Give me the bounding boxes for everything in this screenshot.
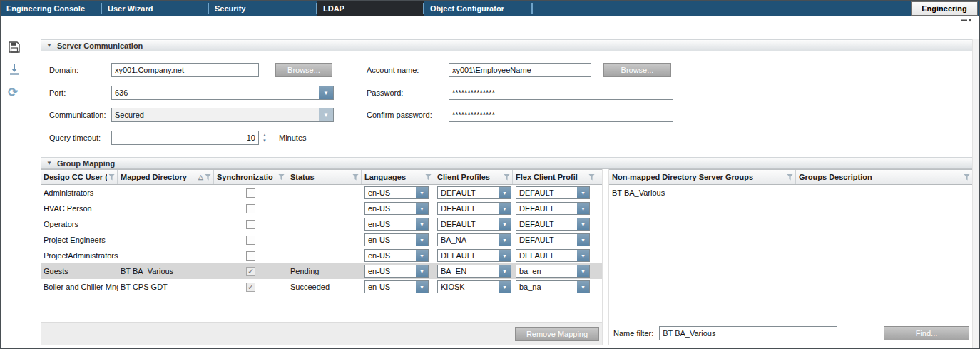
chevron-down-icon[interactable]: ▼: [499, 234, 511, 246]
chevron-down-icon[interactable]: ▼: [416, 281, 428, 293]
col-header-nonmapped-groups[interactable]: Non-mapped Directory Server Groups: [609, 170, 796, 184]
chevron-down-icon[interactable]: ▼: [319, 86, 333, 99]
filter-icon[interactable]: [278, 174, 285, 181]
client-profile-dropdown[interactable]: DEFAULT▼: [437, 249, 511, 262]
col-header-languages[interactable]: Languages: [362, 170, 434, 184]
password-input[interactable]: [449, 86, 673, 100]
account-name-input[interactable]: [449, 63, 591, 77]
chevron-down-icon[interactable]: ▼: [416, 265, 428, 277]
flex-profile-dropdown[interactable]: DEFAULT▼: [516, 233, 590, 246]
chevron-down-icon[interactable]: ▼: [499, 218, 511, 230]
refresh-icon[interactable]: ⟳: [8, 86, 18, 98]
chevron-down-icon[interactable]: ▼: [577, 281, 589, 293]
client-profile-dropdown[interactable]: BA_EN▼: [437, 265, 511, 278]
pin-icon[interactable]: [961, 18, 972, 23]
chevron-down-icon[interactable]: ▼: [416, 203, 428, 214]
sync-checkbox[interactable]: [246, 236, 255, 245]
collapse-icon[interactable]: ▼: [46, 42, 52, 49]
chevron-down-icon[interactable]: ▼: [319, 108, 333, 121]
chevron-down-icon[interactable]: ▼: [416, 250, 428, 261]
filter-icon[interactable]: [352, 174, 359, 181]
client-profile-dropdown[interactable]: DEFAULT▼: [437, 202, 511, 215]
filter-icon[interactable]: [504, 174, 510, 181]
save-icon[interactable]: [8, 41, 21, 54]
name-filter-input[interactable]: [659, 326, 837, 340]
language-dropdown[interactable]: en-US▼: [364, 249, 429, 262]
chevron-down-icon[interactable]: ▼: [416, 187, 428, 198]
chevron-down-icon[interactable]: ▼: [577, 218, 589, 230]
filter-icon[interactable]: [425, 174, 432, 181]
language-dropdown[interactable]: en-US▼: [364, 202, 429, 215]
table-row[interactable]: Project Engineers en-US▼ BA_NA▼ DEFAULT▼: [41, 232, 602, 248]
language-dropdown[interactable]: en-US▼: [364, 265, 429, 278]
domain-browse-button[interactable]: Browse...: [275, 63, 332, 77]
table-row[interactable]: HVAC Person en-US▼ DEFAULT▼ DEFAULT▼: [41, 201, 602, 216]
tab-security[interactable]: Security: [209, 1, 317, 16]
flex-profile-dropdown[interactable]: DEFAULT▼: [516, 202, 590, 215]
tab-engineering-console[interactable]: Engineering Console: [1, 1, 102, 16]
sync-checkbox[interactable]: [246, 188, 255, 198]
scrollbar-track[interactable]: [972, 39, 979, 348]
language-dropdown[interactable]: en-US▼: [364, 186, 429, 199]
flex-profile-dropdown[interactable]: DEFAULT▼: [516, 186, 590, 199]
sort-ascending-icon[interactable]: △: [198, 173, 203, 181]
spinner-up-icon[interactable]: ▲: [260, 132, 269, 138]
collapse-icon[interactable]: ▼: [46, 160, 52, 166]
remove-mapping-button[interactable]: Remove Mapping: [515, 327, 599, 341]
filter-icon[interactable]: [787, 174, 793, 181]
domain-input[interactable]: [111, 63, 259, 77]
tab-ldap[interactable]: LDAP: [317, 1, 424, 16]
col-header-client-profiles[interactable]: Client Profiles: [434, 170, 513, 184]
col-header-mapped-directory[interactable]: Mapped Directory △: [118, 170, 214, 184]
chevron-down-icon[interactable]: ▼: [499, 250, 511, 261]
sync-checkbox[interactable]: [246, 267, 255, 276]
client-profile-dropdown[interactable]: DEFAULT▼: [437, 218, 511, 231]
language-dropdown[interactable]: en-US▼: [364, 233, 429, 246]
server-communication-header[interactable]: ▼ Server Communication: [41, 39, 972, 51]
client-profile-dropdown[interactable]: BA_NA▼: [437, 233, 511, 246]
table-row[interactable]: ProjectAdministrators en-US▼ DEFAULT▼ DE…: [41, 248, 602, 263]
chevron-down-icon[interactable]: ▼: [499, 187, 511, 198]
chevron-down-icon[interactable]: ▼: [499, 281, 511, 293]
filter-icon[interactable]: [588, 174, 595, 181]
chevron-down-icon[interactable]: ▼: [577, 250, 589, 261]
flex-profile-dropdown[interactable]: ba_na▼: [516, 280, 590, 293]
language-dropdown[interactable]: en-US▼: [364, 280, 429, 293]
sync-checkbox[interactable]: [246, 251, 255, 261]
pane-splitter[interactable]: [603, 169, 609, 345]
table-row[interactable]: Guests BT BA_Various Pending en-US▼ BA_E…: [41, 263, 602, 279]
sync-checkbox[interactable]: [246, 204, 255, 213]
confirm-password-input[interactable]: [449, 108, 673, 122]
sync-checkbox[interactable]: [246, 220, 255, 229]
client-profile-dropdown[interactable]: DEFAULT▼: [437, 186, 511, 199]
flex-profile-dropdown[interactable]: DEFAULT▼: [516, 249, 590, 262]
chevron-down-icon[interactable]: ▼: [577, 265, 589, 277]
chevron-down-icon[interactable]: ▼: [416, 234, 428, 246]
sync-checkbox[interactable]: [246, 283, 255, 292]
import-icon[interactable]: [8, 64, 21, 76]
filter-icon[interactable]: [964, 174, 970, 181]
flex-profile-dropdown[interactable]: ba_en▼: [516, 265, 590, 278]
table-row[interactable]: Boiler and Chiller Mng BT CPS GDT Succee…: [41, 279, 602, 295]
chevron-down-icon[interactable]: ▼: [577, 187, 589, 198]
group-mapping-header[interactable]: ▼ Group Mapping: [41, 157, 972, 169]
col-header-synchronization[interactable]: Synchronizatio: [214, 170, 287, 184]
col-header-user[interactable]: Desigo CC User (: [41, 170, 118, 184]
col-header-groups-description[interactable]: Groups Description: [796, 170, 972, 184]
col-header-status[interactable]: Status: [287, 170, 362, 184]
table-row[interactable]: Administrators en-US▼ DEFAULT▼ DEFAULT▼: [41, 185, 602, 201]
tab-object-configurator[interactable]: Object Configurator: [424, 1, 533, 16]
engineering-mode-button[interactable]: Engineering: [911, 1, 978, 16]
table-row[interactable]: Operators en-US▼ DEFAULT▼ DEFAULT▼: [41, 216, 602, 232]
chevron-down-icon[interactable]: ▼: [499, 265, 511, 277]
flex-profile-dropdown[interactable]: DEFAULT▼: [516, 218, 590, 231]
language-dropdown[interactable]: en-US▼: [364, 218, 429, 231]
find-button[interactable]: Find...: [884, 326, 969, 340]
client-profile-dropdown[interactable]: KIOSK▼: [437, 280, 511, 293]
filter-icon[interactable]: [108, 174, 115, 181]
spinner-down-icon[interactable]: ▼: [260, 138, 269, 143]
chevron-down-icon[interactable]: ▼: [499, 203, 511, 214]
communication-dropdown[interactable]: Secured ▼: [111, 108, 334, 122]
chevron-down-icon[interactable]: ▼: [577, 203, 589, 214]
col-header-flex-client-profiles[interactable]: Flex Client Profil: [513, 170, 597, 184]
